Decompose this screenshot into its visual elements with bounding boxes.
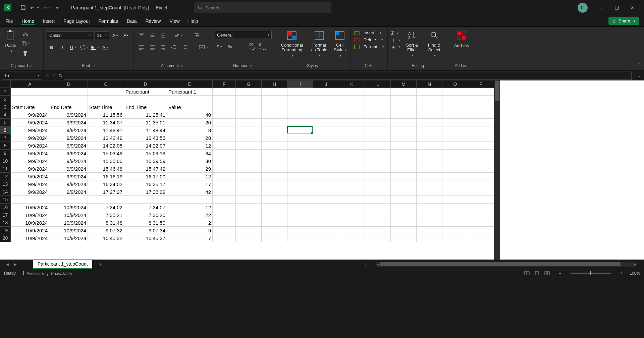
cell[interactable] — [391, 165, 417, 173]
row-header[interactable]: 13 — [0, 180, 11, 188]
maximize-button[interactable] — [609, 2, 625, 13]
cell[interactable] — [236, 111, 262, 119]
cell[interactable]: Participant 1 — [167, 88, 213, 96]
cell[interactable]: 7:36:20 — [124, 211, 167, 219]
horizontal-scrollbar[interactable]: ◄► — [376, 262, 637, 267]
cell[interactable] — [468, 157, 494, 165]
cell[interactable] — [11, 196, 49, 204]
cell[interactable] — [417, 150, 442, 157]
cell[interactable] — [365, 219, 391, 227]
cell[interactable] — [313, 126, 339, 134]
cell[interactable]: 8 — [167, 126, 213, 134]
collapse-ribbon-icon[interactable]: ⌄ — [638, 60, 641, 65]
cell[interactable] — [391, 142, 417, 150]
cell[interactable] — [236, 126, 262, 134]
cell[interactable]: 15:46:48 — [88, 165, 124, 173]
cell[interactable] — [287, 126, 313, 134]
cell[interactable]: 30 — [167, 157, 213, 165]
save-icon[interactable] — [19, 3, 28, 12]
cell[interactable] — [213, 227, 236, 234]
cell[interactable]: 16:34:02 — [88, 180, 124, 188]
cell[interactable] — [236, 165, 262, 173]
cell[interactable]: 9/9/2024 — [11, 150, 49, 157]
cell[interactable] — [339, 157, 365, 165]
column-header[interactable]: L — [365, 80, 391, 88]
cell[interactable] — [468, 227, 494, 234]
cell[interactable] — [313, 96, 339, 103]
cell[interactable]: 9/9/2024 — [49, 142, 88, 150]
cell[interactable] — [468, 211, 494, 219]
alignment-launcher[interactable]: ⤢ — [181, 64, 183, 68]
cell[interactable]: 11:35:01 — [124, 119, 167, 126]
cell[interactable] — [339, 173, 365, 180]
redo-button[interactable]: ▾ — [42, 3, 50, 12]
cell[interactable] — [339, 234, 365, 242]
column-header[interactable]: G — [236, 80, 262, 88]
cell[interactable] — [287, 204, 313, 211]
cell[interactable] — [11, 96, 49, 103]
cell[interactable] — [236, 204, 262, 211]
cell[interactable]: 15:35:00 — [88, 157, 124, 165]
row-header[interactable]: 11 — [0, 165, 11, 173]
align-center-icon[interactable] — [148, 43, 157, 52]
cell[interactable] — [468, 142, 494, 150]
tab-file[interactable]: File — [5, 17, 14, 25]
cell[interactable]: 16:16:19 — [88, 173, 124, 180]
column-header[interactable]: I — [287, 80, 313, 88]
cell[interactable] — [262, 188, 287, 196]
column-header[interactable]: E — [167, 80, 213, 88]
cell[interactable]: 15:47:42 — [124, 165, 167, 173]
cell[interactable] — [391, 126, 417, 134]
cell[interactable] — [213, 111, 236, 119]
cell[interactable] — [442, 234, 468, 242]
row-header[interactable]: 6 — [0, 126, 11, 134]
cell[interactable] — [391, 134, 417, 142]
cell[interactable] — [365, 111, 391, 119]
tab-view[interactable]: View — [169, 17, 180, 25]
cell[interactable] — [339, 227, 365, 234]
cell[interactable] — [236, 227, 262, 234]
cell[interactable] — [339, 211, 365, 219]
column-header[interactable]: B — [49, 80, 88, 88]
cell[interactable] — [391, 211, 417, 219]
cell[interactable] — [287, 157, 313, 165]
wrap-text-icon[interactable] — [193, 31, 202, 40]
cell[interactable] — [468, 88, 494, 96]
view-page-layout-icon[interactable] — [532, 270, 542, 277]
cell[interactable] — [417, 142, 442, 150]
cell[interactable] — [442, 126, 468, 134]
cell[interactable]: 40 — [167, 111, 213, 119]
cell[interactable] — [313, 142, 339, 150]
borders-button[interactable]: ▾ — [79, 43, 89, 52]
column-header[interactable]: P — [468, 80, 494, 88]
column-header[interactable]: C — [88, 80, 124, 88]
formula-enter-icon[interactable]: ✓ — [51, 73, 57, 78]
cell[interactable]: 9/9/2024 — [49, 173, 88, 180]
row-header[interactable]: 5 — [0, 119, 11, 126]
fx-icon[interactable]: fx — [57, 73, 64, 78]
insert-cells-button[interactable]: Insert ▾ — [354, 30, 381, 35]
cell[interactable] — [88, 96, 124, 103]
cell[interactable] — [49, 96, 88, 103]
cell[interactable] — [442, 103, 468, 111]
cell[interactable] — [287, 150, 313, 157]
cell[interactable] — [365, 234, 391, 242]
cell[interactable]: 9/9/2024 — [49, 134, 88, 142]
increase-font-icon[interactable]: A▲ — [111, 31, 120, 40]
cell[interactable] — [11, 88, 49, 96]
cell[interactable] — [49, 88, 88, 96]
cell[interactable] — [417, 227, 442, 234]
number-launcher[interactable]: ⤢ — [250, 64, 252, 68]
cell[interactable] — [236, 103, 262, 111]
cell[interactable] — [468, 126, 494, 134]
cell[interactable] — [213, 173, 236, 180]
cell[interactable]: 12:43:56 — [124, 134, 167, 142]
cell[interactable] — [262, 211, 287, 219]
sheet-nav-prev[interactable]: ◄ — [3, 262, 11, 267]
cell[interactable] — [417, 96, 442, 103]
formula-input[interactable] — [64, 71, 632, 80]
cell[interactable] — [262, 165, 287, 173]
cell[interactable]: 12 — [167, 173, 213, 180]
cell[interactable]: 12:42:49 — [88, 134, 124, 142]
cell[interactable] — [391, 227, 417, 234]
